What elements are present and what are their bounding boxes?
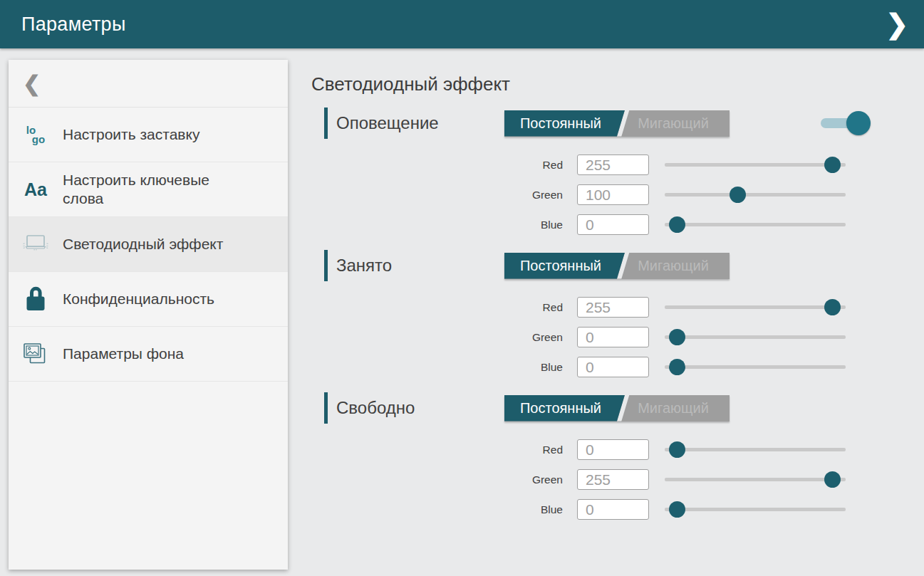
logo-icon: logo [9, 125, 63, 144]
green-value-input[interactable] [577, 327, 649, 347]
led-section-1: ЗанятоПостоянныйМигающийRedGreenBlue [311, 250, 924, 378]
slider-thumb[interactable] [669, 216, 685, 233]
slider-thumb[interactable] [730, 187, 746, 203]
sidebar-item-3[interactable]: Конфиденциальность [9, 272, 288, 327]
blue-slider[interactable] [665, 356, 846, 378]
blue-value-input[interactable] [577, 499, 649, 520]
forward-chevron-icon[interactable]: ❯ [880, 0, 914, 48]
content-title: Светодиодный эффект [311, 71, 924, 97]
slider-track [665, 448, 846, 451]
slider-thumb[interactable] [824, 471, 841, 488]
rgb-controls: RedGreenBlue [311, 296, 924, 378]
green-value-input[interactable] [577, 184, 649, 205]
mode-toggle: ПостоянныйМигающий [504, 395, 730, 421]
section-name: Занято [336, 256, 504, 276]
background-images-icon [9, 339, 63, 369]
led-section-0: ОповещениеПостоянныйМигающийRedGreenBlue [311, 108, 924, 236]
green-row: Green [311, 184, 924, 206]
slider-thumb[interactable] [669, 359, 685, 375]
slider-track [665, 335, 846, 339]
slider-thumb[interactable] [824, 299, 841, 315]
red-label: Red [311, 444, 563, 456]
sidebar: ❮ logoНастроить заставкуAaНастроить ключ… [9, 60, 288, 570]
rgb-controls: RedGreenBlue [311, 439, 924, 520]
blue-value-input[interactable] [577, 357, 649, 377]
red-slider[interactable] [665, 296, 846, 318]
sidebar-item-label: Настроить заставку [63, 125, 199, 144]
sidebar-menu: logoНастроить заставкуAaНастроить ключев… [9, 108, 288, 382]
led-monitor-icon [9, 231, 63, 258]
switch-thumb [846, 111, 871, 135]
blue-row: Blue [311, 214, 924, 236]
green-row: Green [311, 326, 924, 348]
blue-label: Blue [311, 361, 563, 374]
slider-track [665, 508, 846, 511]
mode-option-blinking[interactable]: Мигающий [617, 395, 730, 421]
green-slider[interactable] [665, 184, 846, 206]
blue-value-input[interactable] [577, 214, 649, 235]
section-header: ЗанятоПостоянныйМигающий [311, 250, 924, 281]
red-label: Red [311, 301, 563, 314]
rgb-controls: RedGreenBlue [311, 154, 924, 236]
blue-row: Blue [311, 498, 924, 520]
blue-row: Blue [311, 356, 924, 378]
blue-slider[interactable] [665, 214, 846, 236]
led-sections: ОповещениеПостоянныйМигающийRedGreenBlue… [311, 108, 924, 520]
mode-toggle: ПостоянныйМигающий [504, 253, 730, 279]
sidebar-item-0[interactable]: logoНастроить заставку [9, 108, 288, 162]
slider-track [665, 365, 846, 369]
sidebar-item-label: Конфиденциальность [63, 290, 214, 308]
accent-bar [324, 250, 328, 281]
sidebar-item-1[interactable]: AaНастроить ключевые слова [9, 162, 288, 217]
red-value-input[interactable] [577, 297, 649, 318]
settings-window: Параметры ❯ ❮ logoНастроить заставкуAaНа… [0, 0, 924, 576]
section-header: СвободноПостоянныйМигающий [311, 392, 924, 424]
mode-option-solid[interactable]: Постоянный [504, 110, 617, 137]
mode-option-blinking[interactable]: Мигающий [617, 110, 730, 137]
sidebar-item-label: Светодиодный эффект [63, 235, 223, 253]
green-slider[interactable] [665, 326, 846, 348]
red-value-input[interactable] [577, 155, 649, 175]
slider-thumb[interactable] [669, 329, 685, 345]
back-chevron-icon: ❮ [23, 71, 41, 96]
section-header: ОповещениеПостоянныйМигающий [311, 108, 924, 139]
slider-thumb[interactable] [669, 441, 685, 458]
slider-track [665, 193, 846, 197]
app-header: Параметры ❯ [0, 0, 924, 48]
accent-bar [324, 392, 328, 424]
green-label: Green [311, 331, 563, 344]
slider-thumb[interactable] [669, 501, 685, 518]
sidebar-item-label: Настроить ключевые слова [63, 171, 227, 208]
red-slider[interactable] [665, 154, 846, 176]
section-name: Свободно [336, 398, 504, 418]
blue-slider[interactable] [665, 498, 846, 520]
accent-bar [324, 108, 328, 139]
blue-label: Blue [311, 503, 563, 516]
green-row: Green [311, 468, 924, 491]
green-slider[interactable] [665, 468, 846, 491]
red-label: Red [311, 159, 563, 172]
led-section-2: СвободноПостоянныйМигающийRedGreenBlue [311, 392, 924, 520]
red-row: Red [311, 296, 924, 318]
enable-switch[interactable] [821, 118, 858, 128]
slider-track [665, 478, 846, 481]
slider-track [665, 223, 846, 226]
green-value-input[interactable] [577, 469, 649, 490]
green-label: Green [311, 473, 563, 486]
sidebar-item-2[interactable]: Светодиодный эффект [9, 217, 288, 272]
red-value-input[interactable] [577, 439, 649, 460]
mode-toggle: ПостоянныйМигающий [504, 110, 730, 137]
blue-label: Blue [311, 219, 563, 231]
sidebar-item-4[interactable]: Параметры фона [9, 327, 288, 382]
slider-thumb[interactable] [824, 157, 841, 173]
lock-icon [9, 285, 63, 313]
slider-track [665, 305, 846, 309]
red-row: Red [311, 439, 924, 461]
red-slider[interactable] [665, 439, 846, 461]
mode-option-solid[interactable]: Постоянный [504, 253, 617, 279]
back-button[interactable]: ❮ [9, 60, 288, 108]
red-row: Red [311, 154, 924, 176]
mode-option-blinking[interactable]: Мигающий [617, 253, 730, 279]
mode-option-solid[interactable]: Постоянный [504, 395, 617, 421]
keywords-icon: Aa [9, 179, 63, 200]
